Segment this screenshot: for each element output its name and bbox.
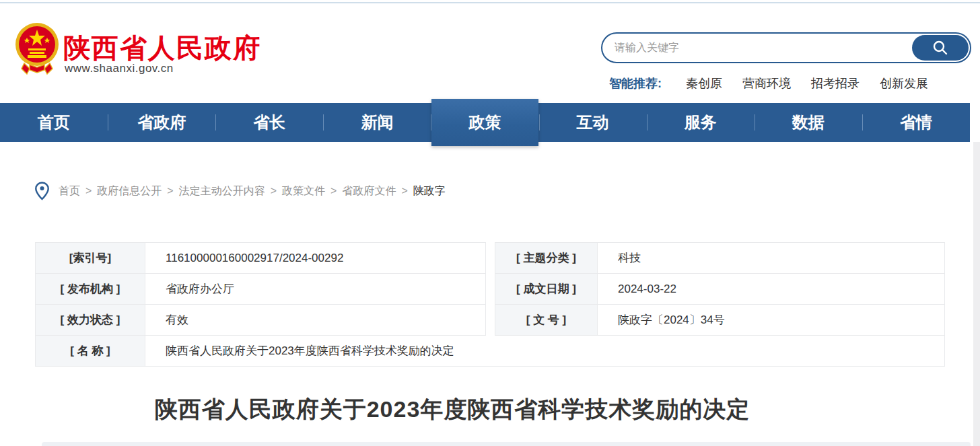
meta-label-index-number: [索引号] — [36, 243, 145, 274]
breadcrumb-separator: > — [85, 185, 92, 197]
recommend-label: 智能推荐: — [609, 75, 662, 91]
document-title: 陕西省人民政府关于2023年度陕西省科学技术奖励的决定 — [35, 394, 870, 425]
search-button[interactable] — [912, 35, 969, 61]
nav-item-services[interactable]: 服务 — [647, 103, 755, 142]
breadcrumb-policy-documents[interactable]: 政策文件 — [282, 184, 325, 198]
meta-value-issuing-agency: 省政府办公厅 — [145, 274, 486, 305]
breadcrumb-separator: > — [167, 185, 173, 197]
site-url: www.shaanxi.gov.cn — [65, 62, 174, 75]
nav-item-interaction[interactable]: 互动 — [539, 103, 647, 142]
meta-value-issue-date: 2024-03-22 — [598, 274, 945, 305]
search-icon — [932, 39, 949, 57]
meta-value-index-number: 116100000160002917/2024-00292 — [145, 243, 486, 274]
recommend-link-recruitment[interactable]: 招考招录 — [811, 75, 860, 91]
meta-label-document-name: [ 名 称 ] — [36, 336, 145, 367]
search-box — [601, 32, 971, 63]
main-nav: 首页 省政府 省长 新闻 政策 互动 服务 数据 省情 — [0, 103, 970, 142]
national-emblem-logo — [15, 22, 59, 75]
meta-value-validity-status: 有效 — [145, 305, 486, 336]
document-metadata-table: [索引号] 116100000160002917/2024-00292 [ 发布… — [35, 242, 945, 367]
location-pin-icon — [35, 182, 49, 200]
smart-recommend-bar: 智能推荐: 秦创原 营商环境 招考招录 创新发展 — [609, 75, 948, 91]
site-title: 陕西省人民政府 — [63, 30, 261, 67]
scrollbar[interactable] — [973, 142, 980, 446]
nav-item-data[interactable]: 数据 — [755, 103, 862, 142]
recommend-link-qinchuangyuan[interactable]: 秦创原 — [686, 75, 722, 91]
breadcrumb-info-disclosure[interactable]: 政府信息公开 — [97, 184, 162, 198]
content-box-top-edge — [42, 442, 971, 446]
breadcrumb-statutory-content[interactable]: 法定主动公开内容 — [179, 184, 265, 198]
metadata-gap — [486, 242, 495, 336]
meta-label-validity-status: [ 效力状态 ] — [36, 305, 145, 336]
metadata-name-row: [ 名 称 ] 陕西省人民政府关于2023年度陕西省科学技术奖励的决定 — [35, 336, 945, 367]
nav-item-province-info[interactable]: 省情 — [862, 103, 970, 142]
search-input[interactable] — [615, 35, 897, 61]
top-accent-line — [0, 2, 980, 3]
breadcrumb-home[interactable]: 首页 — [59, 184, 80, 198]
breadcrumb-separator: > — [271, 185, 277, 197]
nav-item-governor[interactable]: 省长 — [215, 103, 323, 142]
meta-label-topic-category: [ 主题分类 ] — [495, 243, 598, 274]
recommend-link-business-env[interactable]: 营商环境 — [742, 75, 791, 91]
nav-item-policy[interactable]: 政策 — [431, 103, 538, 142]
meta-value-document-name: 陕西省人民政府关于2023年度陕西省科学技术奖励的决定 — [145, 336, 945, 367]
meta-label-issue-date: [ 成文日期 ] — [495, 274, 598, 305]
breadcrumb-separator: > — [330, 185, 337, 197]
meta-label-document-number: [ 文 号 ] — [495, 305, 598, 336]
meta-value-topic-category: 科技 — [598, 243, 945, 274]
breadcrumb-separator: > — [401, 185, 407, 197]
meta-label-issuing-agency: [ 发布机构 ] — [36, 274, 145, 305]
nav-item-home[interactable]: 首页 — [0, 103, 108, 142]
nav-item-provincial-govt[interactable]: 省政府 — [108, 103, 215, 142]
nav-item-news[interactable]: 新闻 — [323, 103, 431, 142]
recommend-link-innovation[interactable]: 创新发展 — [880, 75, 928, 91]
breadcrumb: 首页 > 政府信息公开 > 法定主动公开内容 > 政策文件 > 省政府文件 > … — [35, 182, 446, 200]
meta-value-document-number: 陕政字〔2024〕34号 — [598, 305, 945, 336]
metadata-left-table: [索引号] 116100000160002917/2024-00292 [ 发布… — [35, 242, 486, 336]
breadcrumb-provincial-documents[interactable]: 省政府文件 — [342, 184, 396, 198]
metadata-right-table: [ 主题分类 ] 科技 [ 成文日期 ] 2024-03-22 [ 文 号 ] … — [495, 242, 945, 336]
breadcrumb-current: 陕政字 — [413, 184, 446, 198]
